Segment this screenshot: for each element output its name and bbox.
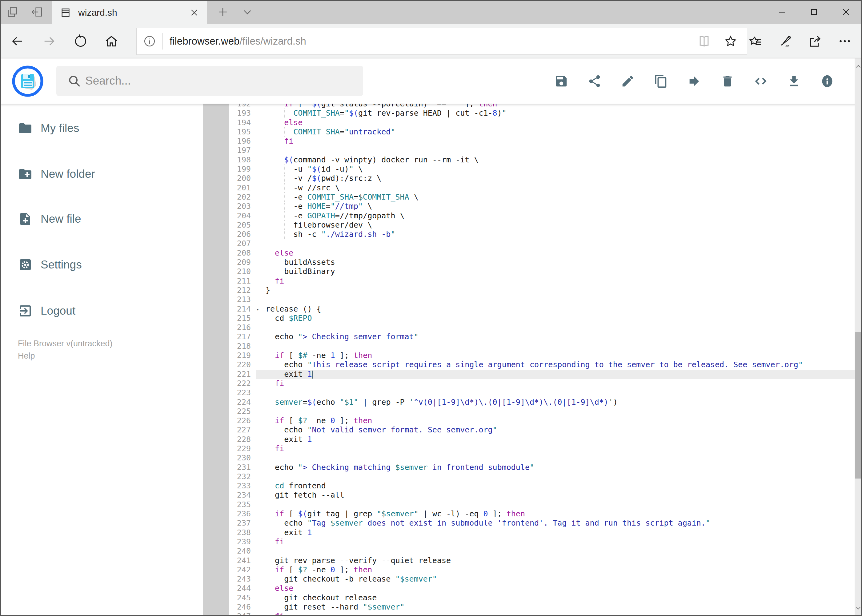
code-line[interactable]: 222 fi xyxy=(229,379,855,388)
code-view-button[interactable] xyxy=(754,74,768,88)
code-line[interactable]: 231 echo "> Checking matching $semver in… xyxy=(229,463,855,472)
move-button[interactable] xyxy=(687,74,701,88)
page-scrollbar[interactable] xyxy=(855,58,862,616)
code-line[interactable]: 226 if [ $? -ne 0 ]; then xyxy=(229,416,855,425)
code-line[interactable]: 244 else xyxy=(229,584,855,593)
code-line[interactable]: 242 if [ $? -ne 0 ]; then xyxy=(229,565,855,575)
code-line[interactable]: 202 -e COMMIT_SHA=$COMMIT_SHA \ xyxy=(229,193,855,202)
code-line[interactable]: 246 git reset --hard "$semver" xyxy=(229,602,855,612)
maximize-button[interactable] xyxy=(798,0,830,24)
code-line[interactable]: 224 semver=$(echo "$1" | grep -P '^v(0|[… xyxy=(229,398,855,407)
code-line[interactable]: 245 git checkout release xyxy=(229,593,855,602)
code-line[interactable]: 201 -w //src \ xyxy=(229,183,855,193)
save-button[interactable] xyxy=(554,74,569,88)
hub-favorites-icon[interactable] xyxy=(742,28,769,55)
code-line[interactable]: 208 else xyxy=(229,248,855,258)
scroll-down-icon[interactable] xyxy=(855,602,862,614)
address-bar[interactable]: filebrowser.web/files/wizard.sh xyxy=(136,28,747,55)
help-link[interactable]: Help xyxy=(18,350,203,362)
annotate-pen-icon[interactable] xyxy=(772,28,799,55)
search-box[interactable]: Search... xyxy=(56,66,363,96)
code-line[interactable]: 215 cd $REPO xyxy=(229,314,855,323)
code-line[interactable]: 240 xyxy=(229,547,855,556)
code-line[interactable]: 230 xyxy=(229,453,855,462)
code-line[interactable]: 207 xyxy=(229,239,855,248)
sidebar-item-my-files[interactable]: My files xyxy=(0,116,203,141)
code-line[interactable]: 216 xyxy=(229,323,855,332)
code-line[interactable]: 209 buildAssets xyxy=(229,258,855,267)
sidebar-item-settings[interactable]: Settings xyxy=(0,253,203,277)
code-line[interactable]: 217 echo "> Checking semver format" xyxy=(229,332,855,341)
code-line[interactable]: 232 xyxy=(229,472,855,481)
code-line[interactable]: 214▾release () { xyxy=(229,305,855,314)
code-line[interactable]: 212} xyxy=(229,286,855,295)
code-line[interactable]: 229 fi xyxy=(229,444,855,453)
code-line[interactable]: 199 -u "$(id -u)" \ xyxy=(229,165,855,174)
download-button[interactable] xyxy=(787,74,801,88)
code-line[interactable]: 228 exit 1 xyxy=(229,435,855,444)
set-tabs-aside-icon[interactable] xyxy=(25,0,49,24)
code-line[interactable]: 203 -e HOME="//tmp" \ xyxy=(229,202,855,211)
filebrowser-logo[interactable] xyxy=(12,65,44,97)
share-icon[interactable] xyxy=(802,28,829,55)
copy-button[interactable] xyxy=(654,74,668,88)
code-line[interactable]: 213 xyxy=(229,295,855,304)
scroll-up-icon[interactable] xyxy=(855,60,862,72)
code-line[interactable]: 210 buildBinary xyxy=(229,267,855,276)
code-line[interactable]: 198 $(command -v winpty) docker run --rm… xyxy=(229,155,855,165)
code-line[interactable]: 236 if [ $(git tag | grep "$semver" | wc… xyxy=(229,509,855,519)
code-line[interactable]: 247 fi xyxy=(229,612,855,616)
code-line[interactable]: 243 git checkout -b release "$semver" xyxy=(229,575,855,584)
refresh-button[interactable] xyxy=(66,24,95,58)
code-line[interactable]: 225 xyxy=(229,407,855,416)
code-line[interactable]: 219 if [ $# -ne 1 ]; then xyxy=(229,351,855,360)
code-line[interactable]: 197 xyxy=(229,146,855,155)
tab-list-chevron-icon[interactable] xyxy=(236,0,259,24)
code-line[interactable]: 241 git rev-parse --verify --quiet relea… xyxy=(229,556,855,565)
back-button[interactable] xyxy=(2,24,32,58)
code-line[interactable]: 221 exit 1 xyxy=(229,370,855,379)
code-line[interactable]: 235 xyxy=(229,500,855,509)
code-line[interactable]: 204 -e GOPATH=//tmp/gopath \ xyxy=(229,211,855,220)
code-line[interactable]: 238 exit 1 xyxy=(229,528,855,537)
home-button[interactable] xyxy=(97,24,126,58)
code-line[interactable]: 234 git fetch --all xyxy=(229,490,855,500)
code-line[interactable]: 200 -v /$(pwd):/src:z \ xyxy=(229,174,855,183)
code-line[interactable]: 194 else xyxy=(229,118,855,127)
code-line[interactable]: 193 COMMIT_SHA="$(git rev-parse HEAD | c… xyxy=(229,108,855,118)
code-line[interactable]: 233 cd frontend xyxy=(229,481,855,490)
code-editor[interactable]: 192 if [ "$(git status --porcelain)" == … xyxy=(229,104,855,616)
code-line[interactable]: 192 if [ "$(git status --porcelain)" == … xyxy=(229,104,855,108)
code-line[interactable]: 227 echo "Not valid semver format. See s… xyxy=(229,425,855,435)
code-line[interactable]: 205 filebrowser/dev \ xyxy=(229,220,855,230)
code-line[interactable]: 220 echo "This release script requires a… xyxy=(229,360,855,369)
delete-button[interactable] xyxy=(720,74,734,88)
share-file-button[interactable] xyxy=(588,74,602,88)
favorite-star-icon[interactable] xyxy=(717,28,744,55)
code-line[interactable]: 195 COMMIT_SHA="untracked" xyxy=(229,127,855,137)
close-window-button[interactable] xyxy=(830,0,862,24)
edit-button[interactable] xyxy=(621,74,635,88)
code-line[interactable]: 223 xyxy=(229,388,855,398)
minimize-button[interactable] xyxy=(766,0,798,24)
scrollbar-thumb[interactable] xyxy=(855,332,862,479)
browser-tab[interactable]: wizard.sh xyxy=(52,1,207,24)
url-text[interactable]: filebrowser.web/files/wizard.sh xyxy=(170,35,691,47)
new-tab-button[interactable] xyxy=(211,0,235,24)
sidebar-item-new-file[interactable]: New file xyxy=(0,207,203,231)
forward-button[interactable] xyxy=(35,24,64,58)
sidebar-item-logout[interactable]: Logout xyxy=(0,299,203,323)
fold-marker-icon[interactable]: ▾ xyxy=(256,305,264,314)
more-menu-icon[interactable] xyxy=(832,28,858,55)
reading-view-icon[interactable] xyxy=(691,28,717,55)
code-line[interactable]: 237 echo "Tag $semver does not exist in … xyxy=(229,519,855,528)
code-line[interactable]: 218 xyxy=(229,342,855,351)
info-button[interactable] xyxy=(820,74,834,88)
tab-preview-icon[interactable] xyxy=(0,0,25,24)
code-line[interactable]: 206 sh -c "./wizard.sh -b" xyxy=(229,230,855,239)
code-line[interactable]: 239 fi xyxy=(229,537,855,547)
sidebar-item-new-folder[interactable]: New folder xyxy=(0,162,203,186)
tab-close-icon[interactable] xyxy=(189,8,199,17)
code-line[interactable]: 211 fi xyxy=(229,277,855,286)
site-info-icon[interactable] xyxy=(137,35,162,48)
